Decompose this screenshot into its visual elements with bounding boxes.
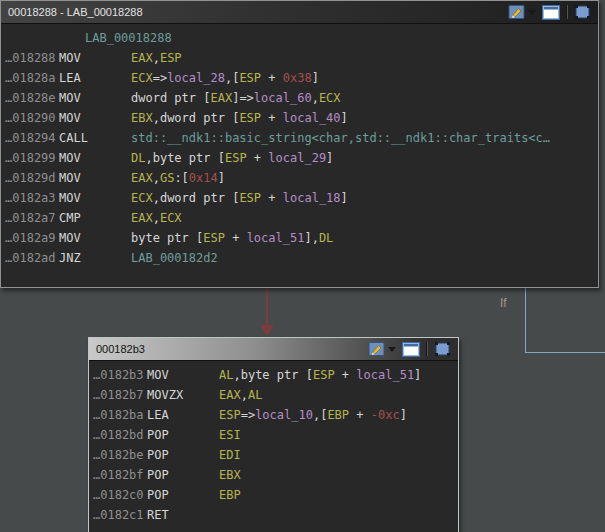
- operand-token: EAX: [131, 51, 153, 65]
- operand-token: +: [349, 408, 371, 422]
- instruction-line[interactable]: …018299MOVDL,byte ptr [ESP + local_29]: [5, 148, 598, 168]
- instruction-line[interactable]: …0182a3MOVECX,dword ptr [ESP + local_18]: [5, 188, 598, 208]
- instruction-line[interactable]: …018288MOVEAX,ESP: [5, 48, 598, 68]
- operand-token: :[: [174, 171, 188, 185]
- block-header[interactable]: 00018288 - LAB_00018288: [1, 1, 598, 24]
- instruction-mnemonic: MOV: [59, 168, 131, 188]
- instruction-line[interactable]: …01828eMOVdword ptr [EAX]=>local_60,ECX: [5, 88, 598, 108]
- block-label[interactable]: LAB_00018288: [5, 28, 598, 48]
- instruction-operands: ECX=>local_28,[ESP + 0x38]: [131, 71, 319, 85]
- fallthrough-edge[interactable]: [266, 288, 268, 326]
- instruction-line[interactable]: …0182adJNZLAB_000182d2: [5, 248, 598, 268]
- basic-block-000182b3[interactable]: 000182b3: [88, 337, 459, 532]
- window-icon[interactable]: [542, 5, 560, 20]
- operand-token: ,: [153, 171, 160, 185]
- operand-token: ESP: [160, 51, 182, 65]
- instruction-mnemonic: POP: [147, 485, 219, 505]
- instruction-address: …0182b7: [93, 385, 147, 405]
- instruction-line[interactable]: …018294CALLstd::__ndk1::basic_string<cha…: [5, 128, 598, 148]
- toolbar-separator: [426, 342, 428, 356]
- instruction-line[interactable]: …0182bdPOPESI: [93, 425, 458, 445]
- operand-token: LAB_000182d2: [131, 251, 218, 265]
- instruction-line[interactable]: …0182c0POPEBP: [93, 485, 458, 505]
- instruction-address: …01829d: [5, 168, 59, 188]
- instruction-line[interactable]: …0182c1RET: [93, 505, 458, 525]
- instruction-address: …0182ba: [93, 405, 147, 425]
- code-listing: LAB_00018288…018288MOVEAX,ESP…01828aLEAE…: [1, 24, 598, 268]
- window-icon[interactable]: [402, 342, 420, 357]
- instruction-line[interactable]: …0182a9MOVbyte ptr [ESP + local_51],DL: [5, 228, 598, 248]
- dropdown-arrow-icon[interactable]: [528, 10, 536, 15]
- instruction-line[interactable]: …0182bfPOPEBX: [93, 465, 458, 485]
- instruction-mnemonic: CMP: [59, 208, 131, 228]
- instruction-line[interactable]: …01828aLEAECX=>local_28,[ESP + 0x38]: [5, 68, 598, 88]
- group-vertices-icon[interactable]: [434, 341, 451, 357]
- instruction-line[interactable]: …01829dMOVEAX,GS:[0x14]: [5, 168, 598, 188]
- instruction-line[interactable]: …0182bePOPEDI: [93, 445, 458, 465]
- operand-token: local_51: [356, 368, 414, 382]
- instruction-line[interactable]: …0182a7CMPEAX,ECX: [5, 208, 598, 228]
- operand-token: ,: [241, 388, 248, 402]
- operand-token: local_28: [167, 71, 225, 85]
- operand-token: ECX: [160, 211, 182, 225]
- group-vertices-icon[interactable]: [574, 4, 591, 20]
- operand-token: local_18: [283, 191, 341, 205]
- operand-token: EBP: [327, 408, 349, 422]
- operand-token: ],: [304, 231, 318, 245]
- block-title: 000182b3: [89, 343, 368, 355]
- operand-token: ]: [400, 408, 407, 422]
- operand-token: ,[: [225, 71, 239, 85]
- graph-canvas: If 00018288 - LAB_00018288: [0, 0, 605, 532]
- instruction-line[interactable]: …0182baLEAESP=>local_10,[EBP + -0xc]: [93, 405, 458, 425]
- instruction-address: …0182a7: [5, 208, 59, 228]
- instruction-mnemonic: LEA: [147, 405, 219, 425]
- operand-token: 0x38: [283, 71, 312, 85]
- instruction-operands: EDI: [219, 448, 241, 462]
- block-header[interactable]: 000182b3: [89, 338, 458, 361]
- instruction-mnemonic: RET: [147, 505, 219, 525]
- edit-label-icon[interactable]: [368, 341, 386, 357]
- instruction-operands: LAB_000182d2: [131, 251, 218, 265]
- operand-token: +: [261, 191, 283, 205]
- operand-token: AL: [248, 388, 262, 402]
- instruction-operands: EAX,ESP: [131, 51, 182, 65]
- instruction-operands: ESI: [219, 428, 241, 442]
- operand-token: EAX: [210, 91, 232, 105]
- instruction-operands: ECX,dword ptr [ESP + local_18]: [131, 191, 348, 205]
- operand-token: ESP: [239, 111, 261, 125]
- instruction-mnemonic: MOVZX: [147, 385, 219, 405]
- instruction-operands: EBX: [219, 468, 241, 482]
- instruction-mnemonic: MOV: [59, 108, 131, 128]
- instruction-line[interactable]: …0182b3MOVAL,byte ptr [ESP + local_51]: [93, 365, 458, 385]
- operand-token: ,byte ptr [: [145, 151, 224, 165]
- instruction-mnemonic: MOV: [59, 228, 131, 248]
- dropdown-arrow-icon[interactable]: [388, 347, 396, 352]
- conditional-edge[interactable]: [525, 288, 526, 352]
- instruction-address: …018294: [5, 128, 59, 148]
- instruction-line[interactable]: …0182b7MOVZXEAX,AL: [93, 385, 458, 405]
- operand-token: +: [225, 231, 247, 245]
- operand-token: ,dword ptr [: [153, 111, 240, 125]
- operand-token: ECX: [319, 91, 341, 105]
- operand-token: local_51: [247, 231, 305, 245]
- instruction-address: …0182ad: [5, 248, 59, 268]
- instruction-operands: byte ptr [ESP + local_51],DL: [131, 231, 333, 245]
- conditional-edge-segment[interactable]: [525, 352, 605, 353]
- operand-token: ]: [326, 151, 333, 165]
- operand-token: ESP: [203, 231, 225, 245]
- operand-token: ,: [153, 211, 160, 225]
- operand-token: ,: [312, 91, 319, 105]
- basic-block-00018288[interactable]: 00018288 - LAB_00018288: [0, 0, 599, 288]
- instruction-address: …0182a3: [5, 188, 59, 208]
- instruction-address: …0182b3: [93, 365, 147, 385]
- operand-token: ,dword ptr [: [153, 191, 240, 205]
- operand-token: ,[: [313, 408, 327, 422]
- operand-token: 0x14: [189, 171, 218, 185]
- instruction-address: …01828a: [5, 68, 59, 88]
- operand-token: +: [335, 368, 357, 382]
- operand-token: EAX: [131, 171, 153, 185]
- code-listing: …0182b3MOVAL,byte ptr [ESP + local_51]…0…: [89, 361, 458, 525]
- edit-label-icon[interactable]: [508, 4, 526, 20]
- instruction-line[interactable]: …018290MOVEBX,dword ptr [ESP + local_40]: [5, 108, 598, 128]
- operand-token: DL: [319, 231, 333, 245]
